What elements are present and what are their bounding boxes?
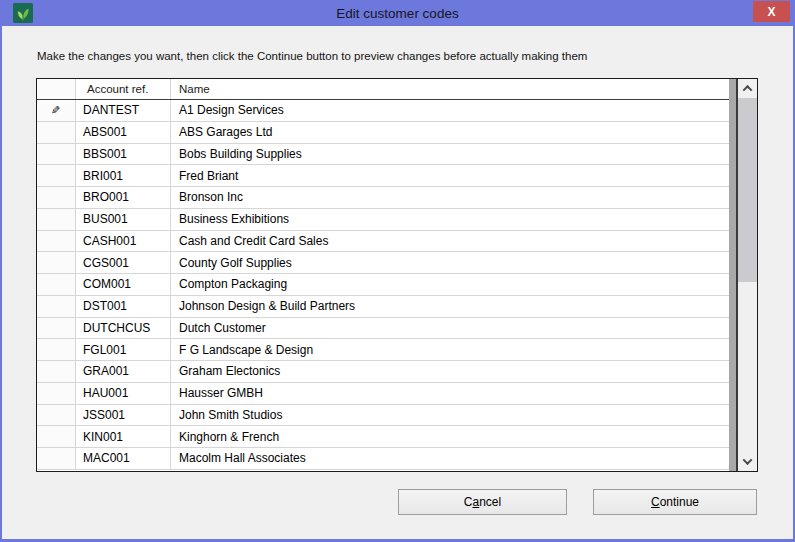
table-row: BBS001 Bobs Building Supplies	[37, 144, 729, 166]
scrollbar-thumb[interactable]	[738, 98, 757, 282]
scroll-down-button[interactable]	[738, 452, 757, 471]
name-cell[interactable]: Bobs Building Supplies	[171, 144, 729, 165]
instruction-text: Make the changes you want, then click th…	[37, 50, 587, 62]
row-header-cell[interactable]	[37, 144, 76, 165]
account-ref-cell[interactable]: ABS001	[76, 122, 171, 143]
table-row: JSS001 John Smith Studios	[37, 405, 729, 427]
table-row: ✎ DANTEST A1 Design Services	[37, 100, 729, 122]
table-row: BRO001 Bronson Inc	[37, 187, 729, 209]
vertical-scrollbar[interactable]	[737, 79, 757, 471]
table-row: DST001 Johnson Design & Build Partners	[37, 296, 729, 318]
table-row: HAU001 Hausser GMBH	[37, 383, 729, 405]
account-ref-cell[interactable]: BUS001	[76, 209, 171, 230]
account-ref-cell[interactable]: DST001	[76, 296, 171, 317]
name-cell[interactable]: F G Landscape & Design	[171, 339, 729, 360]
name-cell[interactable]: Bronson Inc	[171, 187, 729, 208]
name-cell[interactable]: ABS Garages Ltd	[171, 122, 729, 143]
row-header-cell[interactable]	[37, 296, 76, 317]
chevron-up-icon	[743, 85, 753, 95]
account-ref-cell[interactable]: COM001	[76, 274, 171, 295]
cancel-label-post: ncel	[479, 495, 501, 509]
table-row: BRI001 Fred Briant	[37, 165, 729, 187]
continue-label-post: ontinue	[660, 495, 699, 509]
name-cell[interactable]: Macolm Hall Associates	[171, 448, 729, 469]
row-header-cell[interactable]	[37, 448, 76, 469]
account-ref-cell[interactable]: BRI001	[76, 165, 171, 186]
name-cell[interactable]: Compton Packaging	[171, 274, 729, 295]
name-cell[interactable]: Fred Briant	[171, 165, 729, 186]
table-row: COM001 Compton Packaging	[37, 274, 729, 296]
table-row: MAC001 Macolm Hall Associates	[37, 448, 729, 470]
column-header-name[interactable]: Name	[171, 79, 729, 99]
close-button[interactable]: X	[753, 1, 790, 22]
account-ref-cell[interactable]: CASH001	[76, 231, 171, 252]
continue-button[interactable]: Continue	[593, 489, 757, 515]
dialog-content: Make the changes you want, then click th…	[2, 26, 793, 539]
table-row: KIN001 Kinghorn & French	[37, 426, 729, 448]
row-header-cell[interactable]	[37, 274, 76, 295]
account-ref-cell[interactable]: DUTCHCUS	[76, 318, 171, 339]
continue-label-accel: C	[651, 495, 660, 509]
name-cell[interactable]: Graham Electonics	[171, 361, 729, 382]
table-row: DUTCHCUS Dutch Customer	[37, 318, 729, 340]
row-header-cell[interactable]	[37, 383, 76, 404]
cancel-button[interactable]: Cancel	[398, 489, 567, 515]
table-row: GRA001 Graham Electonics	[37, 361, 729, 383]
row-header-cell[interactable]: ✎	[37, 100, 76, 121]
account-ref-cell[interactable]: GRA001	[76, 361, 171, 382]
name-cell[interactable]: Business Exhibitions	[171, 209, 729, 230]
grid-corner-header[interactable]	[37, 79, 76, 99]
sage-leaf-icon	[13, 3, 33, 23]
account-ref-cell[interactable]: HAU001	[76, 383, 171, 404]
name-cell[interactable]: Hausser GMBH	[171, 383, 729, 404]
row-header-cell[interactable]	[37, 209, 76, 230]
account-ref-cell[interactable]: DANTEST	[76, 100, 171, 121]
table-row: CASH001 Cash and Credit Card Sales	[37, 231, 729, 253]
name-cell[interactable]: Cash and Credit Card Sales	[171, 231, 729, 252]
row-header-cell[interactable]	[37, 361, 76, 382]
table-row: FGL001 F G Landscape & Design	[37, 339, 729, 361]
name-cell[interactable]: A1 Design Services	[171, 100, 729, 121]
name-cell[interactable]: County Golf Supplies	[171, 252, 729, 273]
name-cell[interactable]: Johnson Design & Build Partners	[171, 296, 729, 317]
name-cell[interactable]: John Smith Studios	[171, 405, 729, 426]
table-row: ABS001 ABS Garages Ltd	[37, 122, 729, 144]
scrollbar-track[interactable]	[738, 98, 757, 452]
account-ref-cell[interactable]: JSS001	[76, 405, 171, 426]
name-cell[interactable]: Dutch Customer	[171, 318, 729, 339]
grid-background-filler	[729, 79, 737, 471]
account-ref-cell[interactable]: FGL001	[76, 339, 171, 360]
account-ref-cell[interactable]: CGS001	[76, 252, 171, 273]
name-cell[interactable]: Kinghorn & French	[171, 426, 729, 447]
scroll-up-button[interactable]	[738, 79, 757, 98]
close-icon: X	[767, 5, 775, 19]
chevron-down-icon	[743, 455, 753, 465]
title-bar[interactable]: Edit customer codes X	[0, 0, 795, 26]
row-header-cell[interactable]	[37, 339, 76, 360]
column-header-account-ref[interactable]: Account ref.	[76, 79, 171, 99]
row-header-cell[interactable]	[37, 426, 76, 447]
account-ref-cell[interactable]: KIN001	[76, 426, 171, 447]
account-ref-cell[interactable]: BBS001	[76, 144, 171, 165]
row-header-cell[interactable]	[37, 318, 76, 339]
row-header-cell[interactable]	[37, 231, 76, 252]
table-row: CGS001 County Golf Supplies	[37, 252, 729, 274]
account-ref-cell[interactable]: BRO001	[76, 187, 171, 208]
row-header-cell[interactable]	[37, 252, 76, 273]
row-header-cell[interactable]	[37, 165, 76, 186]
row-header-cell[interactable]	[37, 122, 76, 143]
table-row: BUS001 Business Exhibitions	[37, 209, 729, 231]
row-header-cell[interactable]	[37, 187, 76, 208]
edit-pencil-icon: ✎	[51, 105, 60, 116]
table-body: ✎ DANTEST A1 Design Services ABS001 ABS …	[37, 100, 729, 470]
account-ref-cell[interactable]: MAC001	[76, 448, 171, 469]
grid-header-row: Account ref. Name	[37, 79, 729, 100]
dialog-window: Edit customer codes X Make the changes y…	[0, 0, 795, 542]
customer-grid: Account ref. Name ✎ DANTEST A1 Design Se…	[36, 78, 758, 472]
window-title: Edit customer codes	[0, 6, 795, 21]
row-header-cell[interactable]	[37, 405, 76, 426]
